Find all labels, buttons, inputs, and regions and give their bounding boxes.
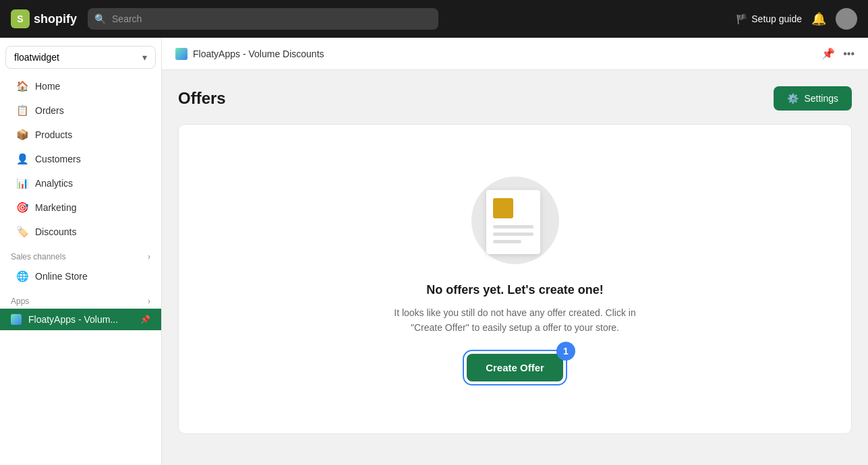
breadcrumb-app-name: FloatyApps - Volume Discounts — [193, 49, 324, 59]
notifications-button[interactable]: 🔔 — [811, 11, 826, 26]
shopify-wordmark: shopify — [34, 12, 77, 26]
sidebar-item-customers-label: Customers — [35, 154, 81, 164]
page: Offers ⚙️ Settings No offe — [162, 70, 868, 465]
home-icon: 🏠 — [16, 80, 28, 92]
marketing-icon: 🎯 — [16, 202, 28, 214]
sidebar-item-analytics-label: Analytics — [35, 178, 73, 189]
sidebar-item-products[interactable]: 📦 Products — [5, 123, 156, 146]
page-header: Offers ⚙️ Settings — [178, 86, 852, 111]
sidebar-item-home-label: Home — [35, 81, 60, 92]
page-title: Offers — [178, 89, 226, 108]
sales-channels-label: Sales channels — [11, 252, 65, 261]
illustration-line-1 — [493, 225, 533, 228]
discounts-icon: 🏷️ — [16, 226, 28, 238]
shopify-logo: S shopify — [11, 9, 77, 28]
settings-button[interactable]: ⚙️ Settings — [774, 86, 852, 111]
main-layout: floatwidget ▾ 🏠 Home 📋 Orders 📦 Products… — [0, 38, 868, 465]
apps-arrow: › — [148, 297, 150, 306]
sidebar-item-orders[interactable]: 📋 Orders — [5, 99, 156, 122]
sidebar-item-marketing[interactable]: 🎯 Marketing — [5, 196, 156, 219]
orders-icon: 📋 — [16, 104, 28, 117]
search-input[interactable] — [88, 8, 438, 30]
breadcrumb-bar: FloatyApps - Volume Discounts 📌 ••• — [162, 38, 868, 70]
create-offer-button[interactable]: Create Offer — [467, 354, 563, 381]
illustration-line-2 — [493, 232, 533, 236]
breadcrumb-actions: 📌 ••• — [821, 47, 855, 60]
sidebar-item-discounts[interactable]: 🏷️ Discounts — [5, 220, 156, 243]
sidebar-item-floatyapps-label: FloatyApps - Volum... — [28, 314, 118, 325]
floatyapps-icon — [11, 314, 22, 325]
sidebar: floatwidget ▾ 🏠 Home 📋 Orders 📦 Products… — [0, 38, 162, 465]
sidebar-item-analytics[interactable]: 📊 Analytics — [5, 172, 156, 195]
avatar — [836, 8, 857, 30]
annotation-badge: 1 — [556, 342, 575, 361]
illustration-document — [486, 190, 540, 254]
analytics-icon: 📊 — [16, 177, 28, 189]
flag-icon: 🏴 — [736, 13, 747, 24]
settings-button-label: Settings — [804, 93, 838, 104]
gear-icon: ⚙️ — [787, 93, 799, 104]
offers-card: No offers yet. Let's create one! It look… — [178, 124, 852, 434]
products-icon: 📦 — [16, 129, 28, 141]
chevron-down-icon: ▾ — [142, 52, 147, 63]
online-store-icon: 🌐 — [16, 270, 28, 282]
apps-section: Apps › — [0, 288, 161, 309]
illustration-image-placeholder — [493, 198, 513, 218]
topbar-right: 🏴 Setup guide 🔔 — [736, 8, 857, 30]
sidebar-item-products-label: Products — [35, 129, 72, 140]
sales-channels-arrow: › — [148, 252, 150, 261]
empty-illustration — [471, 177, 559, 264]
customers-icon: 👤 — [16, 153, 28, 165]
sales-channels-section: Sales channels › — [0, 244, 161, 264]
create-offer-wrapper: 1 Create Offer — [467, 354, 563, 381]
apps-label: Apps — [11, 297, 29, 306]
store-selector[interactable]: floatwidget ▾ — [5, 46, 156, 69]
empty-state-description: It looks like you still do not have any … — [387, 305, 643, 336]
topbar: S shopify 🔍 🏴 Setup guide 🔔 — [0, 0, 868, 38]
store-name: floatwidget — [14, 52, 59, 63]
sidebar-item-marketing-label: Marketing — [35, 202, 76, 213]
breadcrumb: FloatyApps - Volume Discounts — [175, 48, 324, 60]
sidebar-item-customers[interactable]: 👤 Customers — [5, 148, 156, 170]
search-container: 🔍 — [88, 8, 438, 30]
setup-guide-label: Setup guide — [751, 13, 802, 24]
sidebar-item-floatyapps[interactable]: FloatyApps - Volum... 📌 — [0, 309, 161, 330]
sidebar-item-online-store[interactable]: 🌐 Online Store — [5, 265, 156, 288]
breadcrumb-pin-button[interactable]: 📌 — [821, 47, 835, 60]
sidebar-item-online-store-label: Online Store — [35, 271, 88, 282]
breadcrumb-more-button[interactable]: ••• — [843, 48, 855, 60]
empty-state-title: No offers yet. Let's create one! — [426, 283, 603, 297]
illustration-line-3 — [493, 240, 521, 243]
sidebar-item-discounts-label: Discounts — [35, 226, 76, 237]
setup-guide-button[interactable]: 🏴 Setup guide — [736, 13, 802, 24]
sidebar-item-home[interactable]: 🏠 Home — [5, 75, 156, 98]
pin-icon: 📌 — [140, 315, 150, 324]
shopify-logo-icon: S — [11, 9, 30, 28]
breadcrumb-app-icon — [175, 48, 187, 60]
main-content: FloatyApps - Volume Discounts 📌 ••• Offe… — [162, 38, 868, 465]
search-icon: 🔍 — [94, 13, 106, 24]
sidebar-item-orders-label: Orders — [35, 105, 64, 116]
